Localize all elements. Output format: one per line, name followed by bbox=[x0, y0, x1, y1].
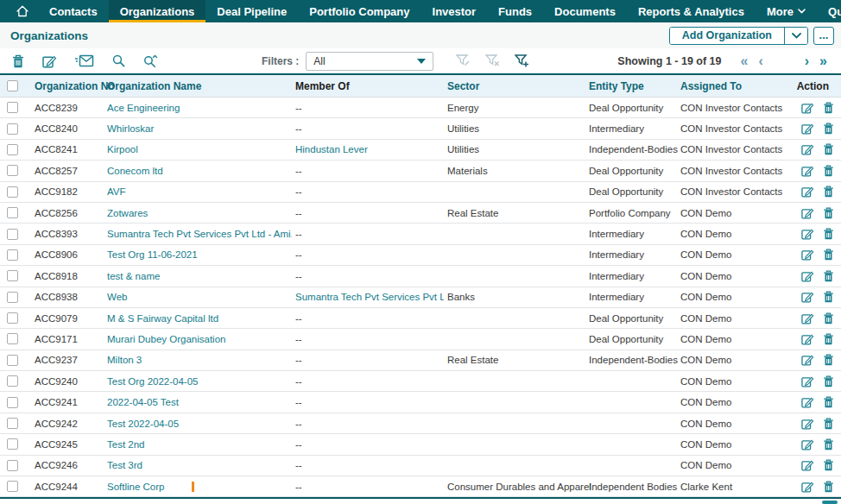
delete-icon[interactable] bbox=[823, 270, 834, 282]
delete-icon[interactable] bbox=[823, 354, 834, 366]
edit-icon[interactable] bbox=[801, 186, 814, 198]
row-checkbox[interactable] bbox=[7, 333, 18, 344]
row-checkbox[interactable] bbox=[7, 312, 18, 324]
column-header-sector[interactable]: Sector bbox=[444, 80, 585, 92]
edit-icon[interactable] bbox=[801, 396, 814, 408]
nav-tab-documents[interactable]: Documents bbox=[543, 0, 627, 22]
edit-icon[interactable] bbox=[801, 438, 814, 450]
delete-icon[interactable] bbox=[823, 396, 834, 408]
organization-name-link[interactable]: Milton 3 bbox=[107, 355, 142, 365]
row-checkbox[interactable] bbox=[7, 165, 18, 176]
edit-icon[interactable] bbox=[42, 54, 57, 68]
edit-icon[interactable] bbox=[801, 418, 814, 430]
delete-icon[interactable] bbox=[823, 186, 834, 198]
organization-name-link[interactable]: Test 2nd bbox=[107, 439, 144, 450]
table-row[interactable]: ACC8938 Web Sumantra Tech Pvt Services P… bbox=[0, 287, 841, 308]
add-organization-button[interactable]: Add Organization bbox=[670, 28, 784, 44]
row-checkbox[interactable] bbox=[7, 375, 18, 387]
row-checkbox[interactable] bbox=[7, 207, 18, 218]
edit-icon[interactable] bbox=[801, 143, 814, 155]
organization-name-link[interactable]: Test 2022-04-05 bbox=[107, 419, 179, 429]
filters-dropdown[interactable]: All bbox=[306, 52, 433, 71]
filter-clear-icon[interactable] bbox=[485, 54, 500, 67]
table-row[interactable]: ACC8918 test & name -- Intermediary CON … bbox=[0, 266, 841, 287]
edit-icon[interactable] bbox=[801, 270, 814, 282]
organization-name-link[interactable]: Softline Corp bbox=[107, 482, 164, 492]
filter-add-icon[interactable] bbox=[515, 54, 529, 68]
table-row[interactable]: ACC8906 Test Org 11-06-2021 -- Intermedi… bbox=[0, 245, 841, 266]
delete-icon[interactable] bbox=[823, 438, 834, 450]
row-checkbox[interactable] bbox=[7, 123, 18, 135]
delete-icon[interactable] bbox=[823, 143, 834, 155]
delete-icon[interactable] bbox=[823, 102, 834, 114]
delete-icon[interactable] bbox=[823, 249, 834, 261]
row-checkbox[interactable] bbox=[7, 438, 18, 450]
organization-name-link[interactable]: 2022-04-05 Test bbox=[107, 397, 179, 407]
organization-name-link[interactable]: Sumantra Tech Pvt Services Pvt Ltd - Ami… bbox=[107, 229, 292, 239]
delete-icon[interactable] bbox=[823, 291, 834, 303]
table-row[interactable]: ACC9244 Softline Corp -- Consumer Durabl… bbox=[0, 476, 841, 497]
nav-tab-reports-analytics[interactable]: Reports & Analytics bbox=[627, 0, 756, 22]
nav-tab-quick-create[interactable]: Quick Create bbox=[817, 0, 841, 22]
delete-icon[interactable] bbox=[823, 123, 834, 135]
delete-icon[interactable] bbox=[823, 418, 834, 430]
row-checkbox[interactable] bbox=[7, 355, 18, 366]
table-row[interactable]: ACC8393 Sumantra Tech Pvt Services Pvt L… bbox=[0, 224, 841, 244]
organization-name-link[interactable]: Test Org 11-06-2021 bbox=[107, 249, 198, 260]
delete-icon[interactable] bbox=[823, 228, 834, 240]
table-row[interactable]: ACC8239 Ace Engineering -- Energy Deal O… bbox=[0, 98, 841, 118]
next-page-button[interactable]: › bbox=[800, 54, 814, 69]
edit-icon[interactable] bbox=[801, 165, 814, 177]
organization-name-link[interactable]: Whirloskar bbox=[107, 123, 154, 134]
advanced-search-icon[interactable] bbox=[143, 54, 158, 67]
edit-icon[interactable] bbox=[801, 249, 814, 261]
delete-icon[interactable] bbox=[823, 375, 834, 387]
table-row[interactable]: ACC8256 Zotwares -- Real Estate Portfoli… bbox=[0, 203, 841, 224]
organization-name-link[interactable]: Web bbox=[107, 292, 127, 302]
column-header-assigned-to[interactable]: Assigned To bbox=[677, 80, 794, 92]
table-row[interactable]: ACC9245 Test 2nd -- CON Demo bbox=[0, 434, 841, 455]
table-row[interactable]: ACC9246 Test 3rd -- CON Demo bbox=[0, 456, 841, 476]
add-organization-caret-button[interactable] bbox=[784, 28, 807, 44]
edit-icon[interactable] bbox=[801, 312, 814, 324]
email-icon[interactable] bbox=[75, 54, 94, 67]
column-header-organization-no[interactable]: Organization No bbox=[31, 80, 104, 92]
column-header-member-of[interactable]: Member Of bbox=[292, 80, 444, 92]
table-row[interactable]: ACC9171 Murari Dubey Organisation -- Dea… bbox=[0, 329, 841, 350]
delete-icon[interactable] bbox=[823, 481, 834, 493]
row-checkbox[interactable] bbox=[7, 144, 18, 155]
table-row[interactable]: ACC8240 Whirloskar -- Utilities Intermed… bbox=[0, 118, 841, 139]
organization-name-link[interactable]: Test 3rd bbox=[107, 460, 142, 470]
organization-name-link[interactable]: Kirpool bbox=[107, 144, 138, 154]
row-checkbox[interactable] bbox=[7, 292, 18, 303]
edit-icon[interactable] bbox=[801, 102, 814, 114]
edit-icon[interactable] bbox=[801, 459, 814, 471]
row-checkbox[interactable] bbox=[7, 270, 18, 281]
edit-icon[interactable] bbox=[801, 228, 814, 240]
organization-name-link[interactable]: Zotwares bbox=[107, 208, 148, 218]
prev-page-button[interactable]: ‹ bbox=[753, 54, 768, 69]
column-header-organization-name[interactable]: Organization Name bbox=[104, 80, 292, 92]
row-checkbox[interactable] bbox=[7, 229, 18, 240]
row-checkbox[interactable] bbox=[7, 186, 18, 198]
edit-icon[interactable] bbox=[801, 375, 814, 387]
organization-name-link[interactable]: M & S Fairway Capital ltd bbox=[107, 313, 218, 324]
home-icon[interactable] bbox=[7, 0, 38, 22]
column-header-entity-type[interactable]: Entity Type bbox=[585, 80, 677, 92]
table-row[interactable]: ACC9182 AVF -- Deal Opportunity CON Inve… bbox=[0, 182, 841, 203]
nav-tab-organizations[interactable]: Organizations bbox=[109, 0, 206, 22]
delete-icon[interactable] bbox=[823, 333, 834, 345]
last-page-button[interactable]: » bbox=[814, 54, 832, 69]
organization-name-link[interactable]: test & name bbox=[107, 271, 160, 281]
filter-edit-icon[interactable] bbox=[456, 54, 471, 67]
table-row[interactable]: ACC9237 Milton 3 -- Real Estate Independ… bbox=[0, 350, 841, 371]
row-checkbox[interactable] bbox=[7, 249, 18, 261]
organization-name-link[interactable]: Test Org 2022-04-05 bbox=[107, 376, 198, 387]
first-page-button[interactable]: « bbox=[736, 54, 754, 69]
row-checkbox[interactable] bbox=[7, 481, 18, 492]
edit-icon[interactable] bbox=[801, 481, 814, 493]
edit-icon[interactable] bbox=[801, 123, 814, 135]
edit-icon[interactable] bbox=[801, 207, 814, 219]
delete-icon[interactable] bbox=[823, 459, 834, 471]
delete-icon[interactable] bbox=[823, 165, 834, 177]
